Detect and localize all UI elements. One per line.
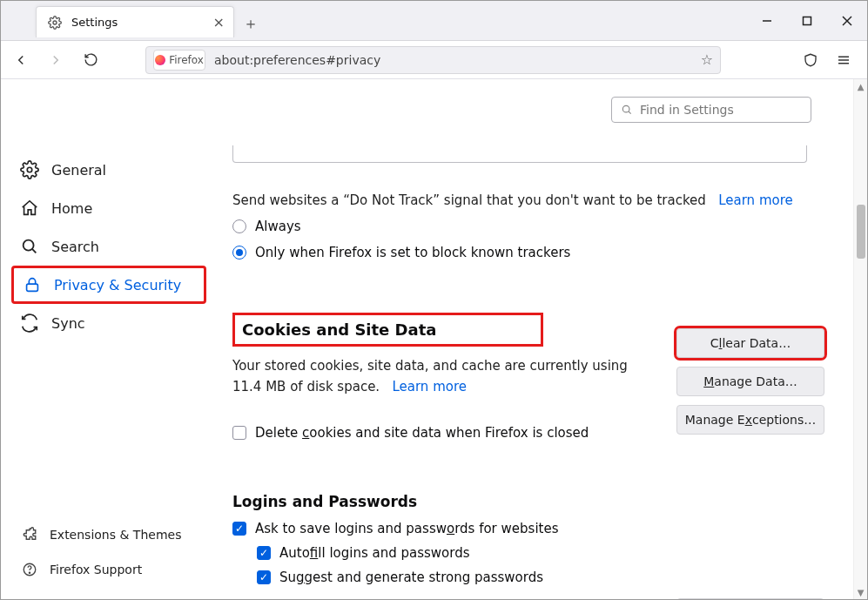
settings-search-input[interactable]: Find in Settings [611,97,811,123]
svg-point-13 [29,572,30,573]
search-placeholder: Find in Settings [640,103,734,117]
checkbox-label: Delete cookies and site data when Firefo… [255,425,589,441]
vertical-scrollbar[interactable]: ▲ ▼ [853,79,867,599]
sidebar-item-label: Search [51,239,99,255]
window-close-button[interactable] [827,1,867,41]
dnt-learn-more-link[interactable]: Learn more [718,192,793,208]
svg-line-10 [32,249,36,253]
gear-icon [45,13,64,32]
scroll-up-button[interactable]: ▲ [854,79,867,93]
svg-point-14 [622,105,629,112]
checkbox-label: Suggest and generate strong passwords [279,570,543,585]
tab-close-icon[interactable]: × [213,14,225,30]
identity-badge[interactable]: Firefox [153,50,205,71]
home-icon [20,199,39,218]
checkbox-icon [232,426,246,440]
lock-icon [23,275,42,294]
scroll-down-button[interactable]: ▼ [854,585,867,599]
suggest-strong-passwords-checkbox[interactable]: ✓ Suggest and generate strong passwords [257,570,824,585]
browser-tab[interactable]: Settings × [36,6,234,37]
manage-data-button[interactable]: Manage Data… [676,367,824,396]
dnt-radio-only-blocking[interactable]: Only when Firefox is set to block known … [232,245,824,260]
back-button[interactable] [6,45,36,75]
pocket-button[interactable] [796,45,825,75]
svg-rect-11 [27,284,38,291]
checkbox-label: Ask to save logins and passwords for web… [255,521,558,536]
puzzle-icon [20,525,39,544]
svg-point-8 [27,167,32,172]
radio-label: Only when Firefox is set to block known … [255,245,570,260]
checkbox-icon: ✓ [257,570,271,584]
logins-exceptions-button[interactable]: Exceptions… [676,598,824,599]
new-tab-button[interactable]: ＋ [243,13,259,34]
sidebar-item-label: Extensions & Themes [50,528,181,542]
sidebar-item-search[interactable]: Search [11,227,206,266]
autofill-logins-checkbox[interactable]: ✓ Autofill logins and passwords [257,545,824,561]
url-bar[interactable]: Firefox about:preferences#privacy ☆ [145,46,721,74]
sidebar-item-label: Sync [51,315,85,332]
settings-sidebar: General Home Search Privacy & Security [1,79,217,599]
clear-data-button[interactable]: Cllear Data… [676,328,824,358]
url-text: about:preferences#privacy [214,53,692,67]
sync-icon [20,313,39,333]
manage-exceptions-button[interactable]: Manage Exceptions… [676,405,824,435]
checkbox-label: Autofill logins and passwords [279,545,470,561]
radio-icon [232,219,246,233]
sidebar-item-label: Privacy & Security [54,277,181,293]
radio-label: Always [255,219,301,234]
search-icon [621,104,633,116]
scroll-thumb[interactable] [857,205,865,259]
gear-icon [20,160,39,179]
app-menu-button[interactable] [829,45,858,75]
svg-point-9 [24,240,34,251]
sidebar-item-sync[interactable]: Sync [11,304,206,342]
cookies-learn-more-link[interactable]: Learn more [392,379,467,394]
checkbox-icon: ✓ [257,546,271,560]
sidebar-item-general[interactable]: General [11,151,206,189]
trackers-box-bottom [232,145,807,163]
svg-point-0 [53,21,57,24]
sidebar-item-label: Home [51,200,92,217]
bookmark-star-icon[interactable]: ☆ [701,51,713,68]
identity-label: Firefox [169,54,204,66]
svg-rect-2 [804,17,811,25]
window-minimize-button[interactable] [747,1,787,41]
sidebar-extensions-themes[interactable]: Extensions & Themes [11,521,190,549]
dnt-radio-always[interactable]: Always [232,219,824,234]
reload-button[interactable] [76,45,105,75]
dnt-description: Send websites a “Do Not Track” signal th… [232,192,824,208]
logins-section-heading: Logins and Passwords [232,493,824,510]
window-maximize-button[interactable] [787,1,827,41]
checkbox-icon: ✓ [232,522,246,536]
sidebar-item-privacy-security[interactable]: Privacy & Security [11,266,206,304]
cookies-section-heading: Cookies and Site Data [232,313,543,347]
firefox-icon [155,55,165,65]
cookies-description: Your stored cookies, site data, and cach… [232,355,642,397]
sidebar-item-label: General [51,162,106,179]
search-icon [20,237,39,256]
help-icon [20,560,39,579]
svg-line-15 [629,111,631,114]
sidebar-item-label: Firefox Support [50,563,142,576]
radio-icon [232,246,246,260]
sidebar-item-home[interactable]: Home [11,189,206,227]
ask-save-logins-checkbox[interactable]: ✓ Ask to save logins and passwords for w… [232,521,824,536]
forward-button[interactable] [41,45,71,75]
sidebar-firefox-support[interactable]: Firefox Support [11,556,190,583]
tab-title: Settings [71,16,118,29]
